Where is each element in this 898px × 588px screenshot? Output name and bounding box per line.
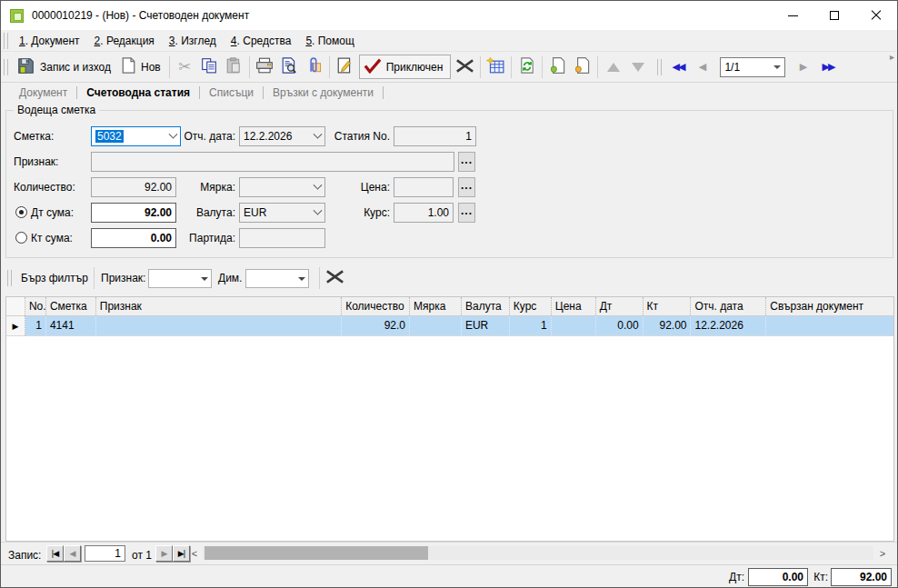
page-green-dot-icon [551,57,565,76]
credit-radio[interactable] [15,232,27,244]
horizontal-scrollbar[interactable] [203,546,873,560]
quantity-label: Количество: [14,177,75,197]
price-field[interactable] [394,177,454,197]
header-quantity[interactable]: Количество [342,297,410,315]
grid-header: No. Сметка Признак Количество Мярка Валу… [6,297,893,316]
filter-grip[interactable] [7,270,12,286]
cut-button[interactable]: ✂ [173,55,197,80]
move-down-button[interactable] [625,55,650,80]
header-date[interactable]: Отч. дата [691,297,766,315]
prev-record-button[interactable]: ◀ [64,545,81,562]
date-combobox[interactable]: 12.2.2026 [239,126,325,146]
currency-combobox[interactable]: EUR [239,203,325,223]
minimize-button[interactable] [772,1,813,30]
header-debit[interactable]: Дт [596,297,644,315]
first-record-button[interactable]: |◀ [46,545,64,562]
table-sparkle-icon [486,57,505,76]
header-currency[interactable]: Валута [462,297,510,315]
edit-pencil-icon [336,57,353,76]
tab-linked-documents[interactable]: Връзки с документи [264,85,383,101]
filter-dim-combobox[interactable] [245,269,309,288]
header-attribute[interactable]: Признак [96,297,342,315]
nav-band-grip[interactable] [657,59,662,75]
last-page-button[interactable]: ▶▶ [815,55,840,80]
attach-button[interactable] [302,55,326,80]
menu-help[interactable]: 5. Помощ [298,32,361,50]
finished-toggle-button[interactable]: Приключен [359,55,452,79]
refresh-button[interactable] [514,55,539,80]
scroll-left-icon[interactable]: < [188,546,201,561]
menu-tools[interactable]: 4. Средства [224,32,299,50]
paste-icon [225,57,242,76]
menubar-grip[interactable] [4,33,8,49]
record-navigator-bar: Запис: |◀ ◀ 1 от 1 ▶ ▶| < > [1,542,897,564]
paste-entry-button[interactable] [570,55,594,80]
measure-combobox[interactable] [239,177,325,197]
save-exit-button[interactable]: Запис и изход [12,55,116,80]
header-price[interactable]: Цена [552,297,596,315]
app-icon[interactable] [10,9,24,23]
attribute-browse-button[interactable]: ... [458,152,475,172]
toolbar-grip[interactable] [4,59,8,75]
prev-page-button[interactable]: ◀ [690,55,714,80]
filter-toolbar: Бърз филтър Признак: Дим. [1,262,897,294]
header-rate[interactable]: Курс [510,297,552,315]
page-indicator-combo[interactable]: 1/1 [720,57,785,77]
next-page-button[interactable]: ▶ [791,55,815,80]
price-browse-button[interactable]: ... [458,177,475,197]
header-account[interactable]: Сметка [46,297,96,315]
status-credit-total: 92.00 [831,568,892,586]
new-button[interactable]: Нов [116,55,166,80]
toolbar-separator [511,56,512,78]
tab-lists[interactable]: Списъци [200,85,263,101]
print-preview-button[interactable] [277,55,302,80]
table-row[interactable]: ▶ 1 4141 92.0 EUR 1 0.00 92.00 12.2.2026 [6,316,893,336]
quantity-field[interactable]: 92.00 [91,177,176,197]
cell-debit: 0.00 [596,316,644,335]
header-measure[interactable]: Мярка [410,297,462,315]
header-no[interactable]: No. [25,297,46,315]
account-combobox[interactable]: 5032 [91,126,181,146]
down-arrow-icon [632,63,644,72]
preview-icon [281,57,297,76]
next-record-button[interactable]: ▶ [155,545,173,562]
rate-browse-button[interactable]: ... [458,203,475,223]
entry-no-field[interactable]: 1 [394,126,476,146]
scrollbar-thumb[interactable] [205,546,428,560]
filter-attr-combobox[interactable] [148,269,212,288]
print-button[interactable] [253,55,277,80]
attribute-field[interactable] [91,152,454,172]
menu-view[interactable]: 3. Изглед [162,32,224,50]
tab-accounting-entry[interactable]: Счетоводна статия [77,85,199,101]
edit-button[interactable] [333,55,357,80]
move-up-button[interactable] [601,55,625,80]
copy-button[interactable] [197,55,222,80]
batch-field[interactable] [239,228,325,248]
debit-radio[interactable] [15,206,27,218]
close-button[interactable] [855,1,897,30]
delete-entry-button[interactable] [453,55,477,80]
menu-document[interactable]: 1. Документ [12,32,87,50]
debit-amount-field[interactable]: 92.00 [91,203,176,223]
credit-label: Кт сума: [31,228,73,248]
maximize-button[interactable] [813,1,855,30]
account-plan-button[interactable] [484,55,508,80]
toolbar-overflow-icon[interactable]: ▸ [890,52,894,62]
header-credit[interactable]: Кт [644,297,692,315]
scroll-right-icon[interactable]: > [876,546,889,561]
header-linked-doc[interactable]: Свързан документ [766,297,893,315]
record-number-field[interactable]: 1 [85,545,125,562]
paste-button[interactable] [222,55,246,80]
rate-field[interactable]: 1.00 [394,203,454,223]
cell-quantity: 92.0 [342,316,410,335]
clear-filter-button[interactable] [323,265,347,291]
credit-amount-field[interactable]: 0.00 [91,228,176,248]
up-arrow-icon [607,63,620,72]
dropdown-arrow-icon [298,277,305,281]
menu-edit[interactable]: 2. Редакция [87,32,162,50]
copy-entry-button[interactable] [545,55,570,80]
page-yellow-dot-icon [575,57,590,76]
tab-document[interactable]: Документ [10,85,76,101]
first-page-button[interactable]: ◀◀ [665,55,690,80]
rate-label: Курс: [317,203,390,223]
